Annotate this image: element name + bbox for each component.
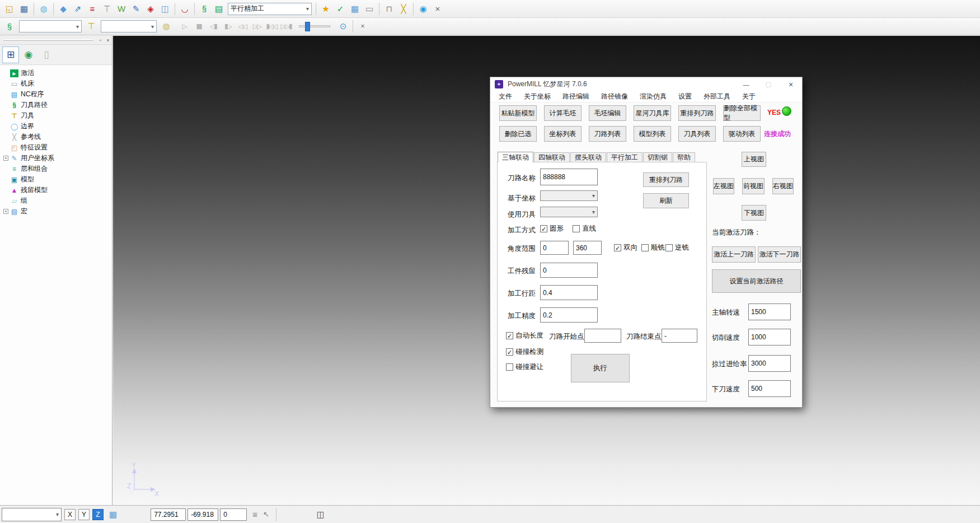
execute-button[interactable]: 执行 [571, 354, 630, 382]
base-coord-combobox[interactable]: ▾ [540, 190, 598, 201]
tree-item[interactable]: ▸ 激活 [3, 68, 112, 78]
tree-item[interactable]: ▤ NC程序 [3, 89, 112, 100]
spindle-speed-input[interactable] [748, 303, 791, 320]
axis-x-button[interactable]: X [64, 509, 76, 520]
quick-button[interactable]: 毛坯编辑 [589, 105, 626, 121]
tree-item[interactable]: ⊤ 刀具 [3, 110, 112, 121]
sim-tool-icon[interactable]: ⊤ [84, 19, 99, 34]
quick-button[interactable]: 删除已选 [499, 126, 537, 142]
menu-item[interactable]: 设置 [678, 92, 692, 101]
close-sim-toolbar-icon[interactable]: × [355, 19, 370, 34]
start-point-input[interactable] [584, 329, 621, 343]
calculator-icon[interactable]: ▦ [348, 2, 362, 16]
toolpath-name-input[interactable] [540, 169, 598, 185]
circle-checkbox[interactable]: ✓ [540, 225, 547, 232]
quick-button[interactable]: 重排列刀路 [678, 105, 716, 121]
sim-toolpath-icon[interactable]: § [2, 19, 17, 34]
stepover-input[interactable] [540, 285, 598, 300]
quick-button[interactable]: 刀路列表 [589, 126, 626, 142]
measure-icon[interactable]: ▭ [362, 2, 377, 16]
float-panel-icon[interactable]: ▫ [96, 37, 104, 44]
quick-button[interactable]: 模型列表 [634, 126, 671, 142]
save-project-icon[interactable]: ▦ [17, 2, 31, 16]
go-to-start-icon[interactable]: ▮◁◁ [264, 20, 279, 33]
strategy-icon[interactable]: W [114, 2, 129, 16]
tab[interactable]: 切割锯 [643, 152, 672, 162]
collision-check-checkbox[interactable]: ✓ [506, 348, 513, 356]
tolerance-input[interactable] [540, 307, 598, 323]
tab[interactable]: 四轴联动 [534, 152, 570, 162]
angle-to-input[interactable] [573, 241, 602, 255]
tree-item[interactable]: + ✎ 用户坐标系 [3, 153, 112, 164]
quick-button[interactable]: 计算毛坯 [544, 105, 582, 121]
rapid-feed-input[interactable] [748, 355, 791, 372]
plunge-speed-input[interactable] [748, 380, 791, 397]
tree-item[interactable]: ╳ 参考线 [3, 132, 112, 142]
quick-button[interactable]: 刀具列表 [678, 126, 716, 142]
menu-item[interactable]: 文件 [499, 92, 512, 101]
step-back-icon[interactable]: ◁▮ [206, 20, 221, 33]
play-icon[interactable]: ▷ [177, 20, 191, 33]
bidirectional-checkbox[interactable]: ✓ [614, 244, 621, 251]
reorder-toolpath-button[interactable]: 重排列刀路 [643, 172, 689, 187]
feature-set-icon[interactable]: ◫ [158, 2, 172, 16]
conventional-checkbox[interactable] [665, 244, 673, 251]
open-project-icon[interactable]: ◱ [2, 2, 17, 16]
pointer-icon[interactable]: ↖ [263, 510, 269, 519]
collision-check-icon[interactable]: ✓ [333, 2, 348, 16]
list-icon[interactable]: ≡ [252, 510, 257, 519]
sim-toolpath-dropdown[interactable]: ▾ [19, 20, 82, 32]
boundary-icon[interactable]: ✎ [129, 2, 143, 16]
toolpath-list-icon[interactable]: ▤ [212, 2, 226, 16]
coordinate-x-field[interactable]: 77.2951 [151, 508, 186, 521]
transform-icon[interactable]: ╳ [396, 2, 411, 16]
menu-item[interactable]: 路径编辑 [562, 92, 589, 101]
block-icon[interactable]: ◆ [56, 2, 71, 16]
quick-button[interactable]: 驱动列表 [723, 126, 761, 142]
pattern-icon[interactable]: ◈ [143, 2, 158, 16]
go-to-end-icon[interactable]: ▷▷▮ [279, 20, 293, 33]
quick-button[interactable]: 删除全部模型 [723, 105, 761, 121]
view-right-button[interactable]: 右视图 [772, 178, 794, 194]
explorer-tree-icon[interactable]: ⊞ [2, 46, 19, 63]
status-dropdown[interactable]: ▾ [2, 508, 62, 521]
tree-item[interactable]: ▣ 模型 [3, 174, 112, 185]
trash-icon[interactable]: ▯ [38, 46, 55, 63]
use-tool-combobox[interactable]: ▾ [540, 207, 598, 217]
nc-program-icon[interactable]: ≡ [85, 2, 100, 16]
simulation-speed-slider[interactable] [299, 25, 330, 27]
climb-checkbox[interactable] [641, 244, 649, 251]
sim-tool-dropdown[interactable]: ▾ [101, 20, 157, 32]
set-active-path-button[interactable]: 设置当前激活路径 [712, 269, 801, 293]
rewind-icon[interactable]: ◁◁ [235, 20, 250, 33]
tree-item[interactable]: + ▤ 宏 [3, 206, 112, 217]
menu-item[interactable]: 路径镜像 [601, 92, 628, 101]
stock-allowance-input[interactable] [540, 263, 598, 278]
toolpath-create-icon[interactable]: ⇗ [71, 2, 85, 16]
simulation-icon[interactable]: ◡ [177, 2, 192, 16]
toolpath-icon[interactable]: § [197, 2, 212, 16]
angle-from-input[interactable] [540, 241, 569, 255]
quick-button[interactable]: 坐标列表 [544, 126, 582, 142]
tool-pair-icon[interactable]: ⊓ [382, 2, 396, 16]
strategy-dropdown[interactable]: 平行精加工 ▾ [228, 3, 312, 15]
tree-item[interactable]: ▱ 组 [3, 195, 112, 206]
web-icon[interactable]: ◉ [20, 46, 37, 63]
compare-icon[interactable]: ◉ [416, 2, 430, 16]
coordinate-y-field[interactable]: -69.918 [187, 508, 218, 521]
refresh-button[interactable]: 刷新 [643, 193, 689, 208]
axis-y-button[interactable]: Y [78, 509, 90, 520]
view-top-button[interactable]: 上视图 [742, 152, 766, 167]
auto-length-checkbox[interactable]: ✓ [506, 332, 513, 339]
tree-item[interactable]: ◯ 边界 [3, 121, 112, 132]
axis-z-button[interactable]: Z [92, 509, 104, 520]
print-icon[interactable]: ◍ [36, 2, 51, 16]
tree-item[interactable]: ▭ 机床 [3, 78, 112, 89]
view-bottom-button[interactable]: 下视图 [742, 205, 766, 221]
tab[interactable]: 三轴联动 [498, 152, 533, 162]
close-toolbar-icon[interactable]: × [430, 2, 445, 16]
view-front-button[interactable]: 前视图 [742, 178, 765, 194]
slider-handle[interactable] [305, 22, 310, 31]
activate-next-button[interactable]: 激活下一刀路 [758, 246, 801, 263]
verify-icon[interactable]: ★ [318, 2, 333, 16]
